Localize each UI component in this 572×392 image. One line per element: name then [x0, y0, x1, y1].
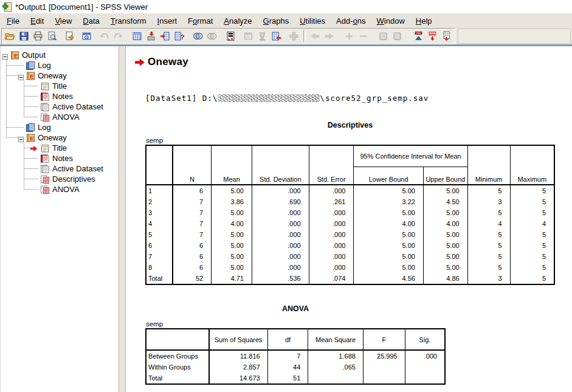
find-button[interactable]: ? [172, 30, 186, 43]
tree-item-notes[interactable]: Notes [1, 91, 119, 101]
open-file-button[interactable] [3, 30, 17, 43]
collapse-output-button[interactable] [356, 30, 370, 43]
expand-output-button[interactable] [342, 30, 356, 43]
anova-section: ANOVA semp Sum of Squares df Mean Square [145, 304, 446, 385]
next-output-button[interactable] [322, 30, 336, 43]
insert-case-button[interactable] [269, 30, 283, 43]
insert-text-button[interactable] [439, 30, 453, 43]
designate-window-button[interactable] [241, 30, 255, 43]
previous-output-button[interactable] [308, 30, 322, 43]
anova-title: ANOVA [145, 304, 446, 313]
tree-item-oneway[interactable]: EOneway [1, 70, 119, 81]
goto-case-button[interactable] [144, 30, 158, 43]
dataset-path-suffix: \score52_grp_semp.sav [320, 94, 429, 103]
print-preview-button[interactable] [45, 30, 59, 43]
select-last-output-button[interactable] [255, 30, 269, 43]
menu-window[interactable]: Window [371, 15, 410, 27]
toolbar-gap [186, 36, 191, 36]
tree-connector [24, 168, 38, 170]
next-output-icon [324, 31, 334, 41]
undo-button[interactable] [97, 30, 111, 43]
value-cell [308, 373, 364, 384]
tree-item-label: Output [22, 50, 46, 60]
anova-table[interactable]: Sum of Squares df Mean Square F Sig. Bet… [145, 328, 446, 385]
value-cell: 5.00 [423, 185, 467, 196]
value-cell: 14.673 [209, 373, 268, 384]
export-output-button[interactable] [63, 30, 77, 43]
run-script-icon [226, 31, 236, 41]
recall-dialogs-icon [81, 31, 92, 41]
show-output-icon [378, 31, 388, 41]
menu-insert[interactable]: Insert [152, 15, 183, 27]
run-script-button[interactable] [224, 30, 238, 43]
menu-file[interactable]: File [1, 15, 25, 27]
demote-outline-button[interactable] [426, 30, 439, 43]
descriptives-table[interactable]: N Mean Std. Deviation Std. Error 95% Con… [145, 145, 555, 285]
value-cell: 5.00 [212, 207, 252, 218]
redo-button[interactable] [111, 30, 125, 43]
anova-icon [40, 185, 50, 194]
dataset-line: [DataSet1] D:\\score52_grp_semp.sav [145, 94, 572, 103]
value-cell: 5 [510, 185, 554, 196]
tree-item-log[interactable]: Log [1, 60, 119, 70]
row-label-cell: 3 [146, 207, 173, 218]
save-file-button[interactable] [17, 30, 31, 43]
tree-expander-minus[interactable] [2, 52, 8, 58]
hide-output-button[interactable] [390, 30, 404, 43]
notes-icon [40, 92, 50, 101]
log-icon [26, 123, 35, 132]
pane-splitter[interactable] [119, 46, 126, 392]
use-variable-sets-button[interactable] [191, 30, 205, 43]
tree-connector [6, 127, 24, 128]
menu-format[interactable]: Format [182, 15, 218, 27]
tree-item-output[interactable]: EOutput [1, 50, 119, 60]
tree-item-notes[interactable]: Notes [1, 153, 119, 163]
svg-text:E: E [30, 134, 33, 141]
value-cell: 5 [510, 229, 554, 240]
tree-item-title[interactable]: Title [1, 81, 119, 91]
promote-outline-icon [413, 31, 424, 41]
tree-item-anova[interactable]: ANOVA [1, 112, 119, 122]
tree-item-oneway[interactable]: EOneway [1, 132, 119, 143]
row-label-cell: 1 [146, 185, 173, 196]
value-cell [363, 362, 405, 373]
goto-data-button[interactable] [130, 30, 144, 43]
menu-analyze[interactable]: Analyze [218, 15, 257, 27]
variables-button[interactable] [158, 30, 172, 43]
menu-view[interactable]: View [49, 15, 77, 27]
tree-item-title[interactable]: Title [1, 143, 119, 153]
tree-item-log[interactable]: Log [1, 122, 119, 132]
value-cell: 5.00 [423, 229, 467, 240]
descriptives-section: Descriptives semp N Mean Std. Deviation [145, 121, 555, 285]
tree-item-label: Title [52, 143, 67, 153]
table-row: 765.00.000.0005.005.0055 [146, 251, 554, 262]
tree-item-label: Active Dataset [52, 102, 103, 111]
show-all-variables-button[interactable] [205, 30, 219, 43]
resize-panes-button[interactable] [287, 30, 301, 43]
log-icon [26, 61, 35, 70]
tree-item-descriptives[interactable]: Descriptives [1, 174, 119, 184]
tree-item-label: Log [38, 61, 51, 70]
toolbar-gap [219, 36, 224, 36]
value-cell: 5.00 [212, 262, 252, 273]
menu-edit[interactable]: Edit [25, 15, 49, 27]
value-cell: 5.00 [423, 207, 467, 218]
value-cell: 6 [173, 262, 212, 273]
menu-transform[interactable]: Transform [105, 15, 152, 27]
print-button[interactable] [31, 30, 45, 43]
menu-utilities[interactable]: Utilities [294, 15, 331, 27]
tree-item-anova[interactable]: ANOVA [1, 184, 119, 194]
menu-data[interactable]: Data [77, 15, 105, 27]
promote-outline-button[interactable] [412, 30, 426, 43]
main-area: EOutputLogEOnewayTitleNotesActive Datase… [0, 46, 572, 392]
recall-dialogs-button[interactable] [80, 30, 94, 43]
show-output-button[interactable] [376, 30, 390, 43]
tree-item-active-dataset[interactable]: Active Dataset [1, 163, 119, 174]
tree-expander-minus[interactable] [18, 135, 24, 140]
row-label-cell: Total [146, 273, 173, 284]
menu-help[interactable]: Help [410, 15, 438, 27]
menu-graphs[interactable]: Graphs [258, 15, 295, 27]
menu-add-ons[interactable]: Add-ons [331, 15, 371, 27]
tree-expander-minus[interactable] [18, 73, 24, 78]
tree-item-active-dataset[interactable]: Active Dataset [1, 101, 119, 112]
